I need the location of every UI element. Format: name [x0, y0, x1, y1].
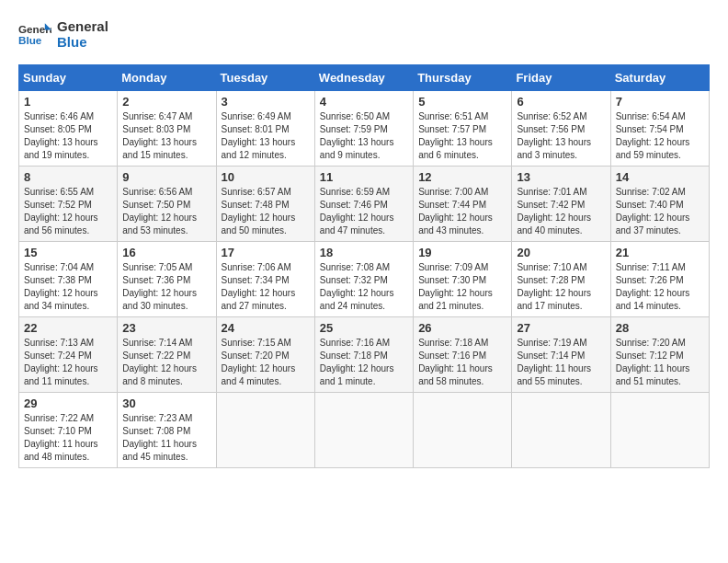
day-cell: 22Sunrise: 7:13 AM Sunset: 7:24 PM Dayli… — [19, 317, 118, 393]
day-number: 7 — [616, 95, 704, 109]
day-cell: 28Sunrise: 7:20 AM Sunset: 7:12 PM Dayli… — [610, 317, 709, 393]
day-number: 3 — [222, 95, 310, 109]
day-info: Sunrise: 7:13 AM Sunset: 7:24 PM Dayligh… — [24, 337, 112, 388]
day-info: Sunrise: 6:56 AM Sunset: 7:50 PM Dayligh… — [122, 186, 210, 237]
day-info: Sunrise: 6:59 AM Sunset: 7:46 PM Dayligh… — [320, 186, 408, 237]
day-number: 12 — [418, 170, 506, 184]
day-cell: 13Sunrise: 7:01 AM Sunset: 7:42 PM Dayli… — [512, 167, 610, 242]
day-info: Sunrise: 7:19 AM Sunset: 7:14 PM Dayligh… — [517, 337, 605, 388]
weekday-header-monday: Monday — [118, 65, 216, 91]
day-cell — [610, 393, 709, 468]
calendar-table: SundayMondayTuesdayWednesdayThursdayFrid… — [18, 64, 710, 468]
day-cell: 12Sunrise: 7:00 AM Sunset: 7:44 PM Dayli… — [414, 167, 512, 242]
day-cell: 1Sunrise: 6:46 AM Sunset: 8:05 PM Daylig… — [19, 91, 118, 167]
day-number: 22 — [24, 321, 112, 335]
day-info: Sunrise: 7:10 AM Sunset: 7:28 PM Dayligh… — [517, 261, 605, 313]
weekday-header-thursday: Thursday — [414, 65, 512, 91]
day-cell: 10Sunrise: 6:57 AM Sunset: 7:48 PM Dayli… — [216, 167, 314, 242]
weekday-header-tuesday: Tuesday — [216, 65, 314, 91]
week-row-3: 15Sunrise: 7:04 AM Sunset: 7:38 PM Dayli… — [19, 242, 710, 317]
day-cell: 19Sunrise: 7:09 AM Sunset: 7:30 PM Dayli… — [414, 242, 512, 317]
day-number: 17 — [222, 246, 310, 259]
day-info: Sunrise: 7:11 AM Sunset: 7:26 PM Dayligh… — [616, 261, 704, 313]
day-number: 30 — [122, 396, 210, 410]
day-cell: 17Sunrise: 7:06 AM Sunset: 7:34 PM Dayli… — [216, 242, 314, 317]
week-row-2: 8Sunrise: 6:55 AM Sunset: 7:52 PM Daylig… — [19, 167, 710, 242]
day-info: Sunrise: 7:14 AM Sunset: 7:22 PM Dayligh… — [122, 337, 210, 388]
week-row-1: 1Sunrise: 6:46 AM Sunset: 8:05 PM Daylig… — [19, 91, 710, 167]
day-info: Sunrise: 6:55 AM Sunset: 7:52 PM Dayligh… — [24, 186, 112, 237]
day-cell: 27Sunrise: 7:19 AM Sunset: 7:14 PM Dayli… — [512, 317, 610, 393]
day-number: 2 — [122, 95, 210, 109]
weekday-header-row: SundayMondayTuesdayWednesdayThursdayFrid… — [19, 65, 710, 91]
day-info: Sunrise: 7:18 AM Sunset: 7:16 PM Dayligh… — [418, 337, 506, 388]
day-info: Sunrise: 7:22 AM Sunset: 7:10 PM Dayligh… — [24, 412, 112, 464]
day-info: Sunrise: 7:15 AM Sunset: 7:20 PM Dayligh… — [222, 337, 310, 388]
day-cell: 24Sunrise: 7:15 AM Sunset: 7:20 PM Dayli… — [216, 317, 314, 393]
day-cell: 30Sunrise: 7:23 AM Sunset: 7:08 PM Dayli… — [118, 393, 216, 468]
day-number: 4 — [320, 95, 408, 109]
day-number: 16 — [122, 246, 210, 259]
day-number: 18 — [320, 246, 408, 259]
week-row-5: 29Sunrise: 7:22 AM Sunset: 7:10 PM Dayli… — [19, 393, 710, 468]
day-number: 8 — [24, 170, 112, 184]
day-cell: 21Sunrise: 7:11 AM Sunset: 7:26 PM Dayli… — [610, 242, 709, 317]
page-header: General Blue General Blue — [18, 18, 710, 50]
day-cell: 7Sunrise: 6:54 AM Sunset: 7:54 PM Daylig… — [610, 91, 709, 167]
day-cell — [512, 393, 610, 468]
day-cell — [216, 393, 314, 468]
day-number: 10 — [222, 170, 310, 184]
day-cell: 9Sunrise: 6:56 AM Sunset: 7:50 PM Daylig… — [118, 167, 216, 242]
day-info: Sunrise: 6:57 AM Sunset: 7:48 PM Dayligh… — [222, 186, 310, 237]
day-info: Sunrise: 6:49 AM Sunset: 8:01 PM Dayligh… — [222, 110, 310, 162]
day-number: 28 — [616, 321, 704, 335]
day-info: Sunrise: 7:02 AM Sunset: 7:40 PM Dayligh… — [616, 186, 704, 237]
day-info: Sunrise: 6:46 AM Sunset: 8:05 PM Dayligh… — [24, 110, 112, 162]
day-info: Sunrise: 7:04 AM Sunset: 7:38 PM Dayligh… — [24, 261, 112, 313]
day-info: Sunrise: 7:01 AM Sunset: 7:42 PM Dayligh… — [517, 186, 605, 237]
day-number: 14 — [616, 170, 704, 184]
week-row-4: 22Sunrise: 7:13 AM Sunset: 7:24 PM Dayli… — [19, 317, 710, 393]
day-cell: 6Sunrise: 6:52 AM Sunset: 7:56 PM Daylig… — [512, 91, 610, 167]
day-cell: 23Sunrise: 7:14 AM Sunset: 7:22 PM Dayli… — [118, 317, 216, 393]
day-number: 27 — [517, 321, 605, 335]
day-info: Sunrise: 6:51 AM Sunset: 7:57 PM Dayligh… — [418, 110, 506, 162]
weekday-header-wednesday: Wednesday — [314, 65, 413, 91]
day-number: 25 — [320, 321, 408, 335]
day-number: 19 — [418, 246, 506, 259]
day-number: 24 — [222, 321, 310, 335]
day-cell: 4Sunrise: 6:50 AM Sunset: 7:59 PM Daylig… — [314, 91, 413, 167]
day-cell: 15Sunrise: 7:04 AM Sunset: 7:38 PM Dayli… — [19, 242, 118, 317]
day-info: Sunrise: 7:09 AM Sunset: 7:30 PM Dayligh… — [418, 261, 506, 313]
day-info: Sunrise: 7:00 AM Sunset: 7:44 PM Dayligh… — [418, 186, 506, 237]
day-info: Sunrise: 6:54 AM Sunset: 7:54 PM Dayligh… — [616, 110, 704, 162]
day-number: 20 — [517, 246, 605, 259]
day-number: 11 — [320, 170, 408, 184]
logo: General Blue General Blue — [18, 18, 108, 50]
day-number: 9 — [122, 170, 210, 184]
day-info: Sunrise: 7:05 AM Sunset: 7:36 PM Dayligh… — [122, 261, 210, 313]
day-info: Sunrise: 6:47 AM Sunset: 8:03 PM Dayligh… — [122, 110, 210, 162]
day-info: Sunrise: 7:06 AM Sunset: 7:34 PM Dayligh… — [222, 261, 310, 313]
day-number: 23 — [122, 321, 210, 335]
day-cell: 14Sunrise: 7:02 AM Sunset: 7:40 PM Dayli… — [610, 167, 709, 242]
day-number: 26 — [418, 321, 506, 335]
day-cell — [414, 393, 512, 468]
day-cell: 5Sunrise: 6:51 AM Sunset: 7:57 PM Daylig… — [414, 91, 512, 167]
day-info: Sunrise: 7:20 AM Sunset: 7:12 PM Dayligh… — [616, 337, 704, 388]
day-cell: 29Sunrise: 7:22 AM Sunset: 7:10 PM Dayli… — [19, 393, 118, 468]
day-number: 21 — [616, 246, 704, 259]
day-info: Sunrise: 7:08 AM Sunset: 7:32 PM Dayligh… — [320, 261, 408, 313]
day-cell: 25Sunrise: 7:16 AM Sunset: 7:18 PM Dayli… — [314, 317, 413, 393]
day-number: 13 — [517, 170, 605, 184]
day-info: Sunrise: 7:23 AM Sunset: 7:08 PM Dayligh… — [122, 412, 210, 464]
day-cell: 20Sunrise: 7:10 AM Sunset: 7:28 PM Dayli… — [512, 242, 610, 317]
day-cell: 26Sunrise: 7:18 AM Sunset: 7:16 PM Dayli… — [414, 317, 512, 393]
day-number: 29 — [24, 396, 112, 410]
day-info: Sunrise: 7:16 AM Sunset: 7:18 PM Dayligh… — [320, 337, 408, 388]
day-number: 1 — [24, 95, 112, 109]
weekday-header-saturday: Saturday — [610, 65, 709, 91]
logo-icon: General Blue — [18, 21, 51, 47]
day-cell — [314, 393, 413, 468]
day-cell: 8Sunrise: 6:55 AM Sunset: 7:52 PM Daylig… — [19, 167, 118, 242]
